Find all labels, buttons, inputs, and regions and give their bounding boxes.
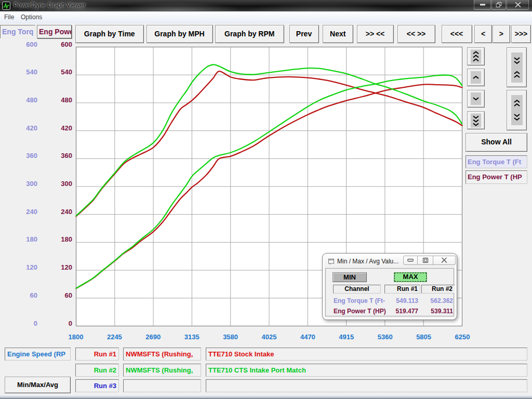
x-tick: 4025 — [254, 333, 285, 341]
toolbar-button-[interactable]: < — [474, 25, 492, 43]
y-tick-power: 240 — [45, 208, 72, 215]
min-toggle-button[interactable]: MIN — [332, 272, 367, 282]
menu-bar: File Options — [0, 11, 532, 23]
toolbar-button-prev[interactable]: Prev — [289, 25, 319, 43]
toolbar-button-[interactable]: >>> — [511, 25, 531, 43]
minmaxavg-button[interactable]: Min/Max/Avg — [5, 377, 71, 393]
scroll-up-button[interactable] — [467, 69, 485, 86]
row-torque-run1-value: 549.113 — [384, 297, 418, 304]
max-toggle-button[interactable]: MAX — [394, 272, 427, 282]
run3-description-box — [206, 379, 527, 392]
x-tick: 4470 — [292, 333, 323, 341]
y-tick-torque: 60 — [10, 292, 37, 299]
x-axis-channel-box: Engine Speed (RP — [5, 348, 71, 361]
minmax-window-body: MIN MAX Channel Run #1 Run #2 Eng Torque… — [325, 268, 454, 316]
tab-eng-torque[interactable]: Eng Torq — [0, 25, 35, 38]
title-bar: PowerDyne Graph Viewer — [0, 0, 532, 11]
toolbar-button-[interactable]: << >> — [397, 25, 435, 43]
run1-label-box: Run #1 — [75, 348, 119, 361]
y-tick-torque: 0 — [10, 320, 37, 327]
y-tick-power: 60 — [45, 292, 72, 299]
toolbar-button-[interactable]: > — [493, 25, 511, 43]
run1-file-box: NWMSFTS (Rushing, — [123, 348, 201, 361]
scroll-down-fast-button[interactable] — [467, 111, 485, 129]
y-tick-power: 540 — [45, 69, 72, 75]
y-tick-torque: 420 — [10, 125, 37, 131]
app-icon — [2, 2, 10, 10]
menu-options[interactable]: Options — [21, 14, 42, 21]
minmax-window-titlebar[interactable]: Min / Max / Avg Valu... — [324, 255, 455, 268]
y-tick-power: 180 — [45, 236, 72, 243]
run3-label-box: Run #3 — [75, 379, 119, 392]
powerdyne-main-window: PowerDyne Graph Viewer File Options Eng … — [0, 0, 532, 399]
x-tick: 6250 — [447, 333, 478, 341]
close-button[interactable] — [507, 0, 529, 10]
y-tick-torque: 300 — [10, 180, 37, 187]
expand-y-scale-button[interactable] — [507, 90, 527, 130]
x-tick: 1800 — [60, 333, 91, 341]
channel-button-power[interactable]: Eng Power T (HP — [466, 170, 527, 184]
scroll-up-fast-button[interactable] — [467, 47, 485, 65]
row-power-run2-value: 539.311 — [419, 308, 453, 315]
menu-file[interactable]: File — [4, 14, 14, 21]
compress-y-scale-button[interactable] — [507, 47, 527, 87]
row-torque-run2-value: 562.362 — [419, 297, 453, 304]
y-tick-power: 420 — [45, 125, 72, 131]
minmax-minimize-button[interactable] — [403, 256, 418, 265]
tab-eng-power[interactable]: Eng Powe — [37, 25, 72, 38]
show-all-button[interactable]: Show All — [466, 133, 527, 152]
column-header-run2: Run #2 — [421, 285, 455, 294]
minmax-close-button[interactable] — [433, 256, 456, 265]
toolbar-button-[interactable]: >> << — [357, 25, 394, 43]
row-power-run1-value: 519.477 — [384, 308, 418, 315]
column-header-run1: Run #1 — [384, 285, 420, 294]
scroll-down-button[interactable] — [467, 90, 485, 108]
y-tick-power: 120 — [45, 264, 72, 271]
y-tick-power: 600 — [45, 41, 72, 48]
y-tick-power: 300 — [45, 180, 72, 187]
x-tick: 3580 — [215, 333, 246, 341]
y-tick-torque: 120 — [10, 264, 37, 271]
run2-label-box: Run #2 — [75, 364, 119, 377]
restore-button[interactable] — [491, 0, 506, 10]
y-tick-power: 0 — [45, 320, 72, 327]
row-power-channel: Eng Power T (HP) — [334, 308, 386, 315]
y-tick-torque: 600 — [10, 41, 37, 48]
run2-file-box: NWMSFTS (Rushing, — [123, 364, 201, 377]
channel-button-torque[interactable]: Eng Torque T (Ft — [466, 155, 527, 168]
minmax-window: Min / Max / Avg Valu... MIN MAX — [323, 254, 457, 320]
x-tick: 5805 — [408, 333, 440, 341]
y-tick-torque: 480 — [10, 97, 37, 103]
minimize-button[interactable] — [474, 0, 491, 10]
y-tick-power: 360 — [45, 152, 72, 159]
window-bottom-border — [0, 395, 532, 399]
y-tick-torque: 540 — [10, 69, 37, 75]
column-header-channel: Channel — [333, 285, 381, 294]
row-torque-channel: Eng Torque T (Ft- — [334, 297, 385, 304]
focus-outline — [394, 273, 427, 282]
run3-file-box — [123, 379, 201, 392]
x-tick: 4915 — [331, 333, 362, 341]
run2-description-box: TTE710 CTS Intake Port Match — [206, 364, 527, 377]
toolbar-button-next[interactable]: Next — [323, 25, 353, 43]
form-icon — [328, 258, 335, 265]
y-tick-torque: 240 — [10, 208, 37, 215]
toolbar-button-[interactable]: <<< — [442, 25, 472, 43]
toolbar-button-graph-by-time[interactable]: Graph by Time — [75, 25, 144, 43]
x-tick: 5360 — [369, 333, 401, 341]
toolbar-button-graph-by-rpm[interactable]: Graph by RPM — [215, 25, 284, 43]
toolbar-button-graph-by-mph[interactable]: Graph by MPH — [147, 25, 213, 43]
x-tick: 2690 — [138, 333, 169, 341]
y-tick-torque: 360 — [10, 152, 37, 159]
y-tick-torque: 180 — [10, 236, 37, 243]
minmax-window-title: Min / Max / Avg Valu... — [337, 258, 398, 265]
x-tick: 3135 — [176, 333, 207, 341]
window-title: PowerDyne Graph Viewer — [14, 2, 86, 9]
run1-description-box: TTE710 Stock Intake — [206, 348, 527, 361]
x-tick: 2245 — [99, 333, 130, 341]
minmax-maximize-button[interactable] — [418, 256, 433, 265]
y-tick-power: 480 — [45, 97, 72, 103]
